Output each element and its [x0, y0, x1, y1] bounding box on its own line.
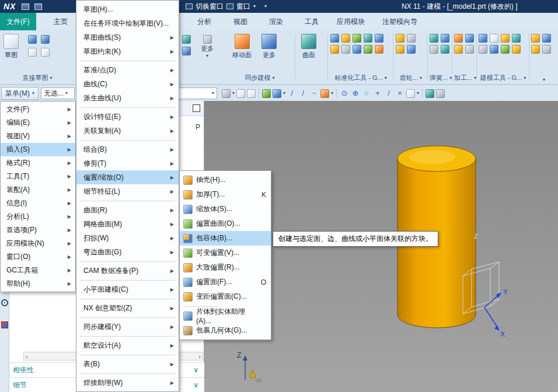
chevron-down-icon[interactable]: ▾	[232, 91, 235, 96]
machining-icon[interactable]	[465, 34, 474, 43]
tool-icon[interactable]	[542, 45, 551, 54]
ribbon-tab[interactable]: 应用模块	[337, 13, 365, 30]
group-label-machining[interactable]: 加工...▾	[454, 74, 476, 82]
menu-item[interactable]: 在任务环境中绘制草图(V)...	[76, 16, 179, 30]
materials-icon[interactable]	[1, 321, 8, 328]
switch-window-button[interactable]: 切换窗口	[196, 2, 224, 12]
scroll-left-icon[interactable]: ‹	[26, 353, 28, 360]
spring-icon[interactable]	[430, 34, 438, 43]
tool-icon[interactable]	[353, 34, 361, 43]
tool-icon[interactable]	[330, 45, 339, 54]
group-label-spring[interactable]: 弹簧...▾	[430, 74, 452, 82]
gear-icon[interactable]	[396, 34, 404, 43]
menu-item[interactable]: 网格曲面(M) ▶	[76, 217, 179, 231]
tool-icon[interactable]	[341, 45, 350, 54]
tool-icon[interactable]	[330, 34, 339, 43]
snap-intersection-icon[interactable]: ⊕	[351, 89, 360, 98]
menu-item[interactable]: 工具(T) ▶	[1, 170, 75, 183]
spline-icon[interactable]	[28, 48, 37, 57]
snap-endpoint-icon[interactable]: ×	[395, 89, 404, 98]
save-icon[interactable]	[34, 4, 42, 10]
tool-icon[interactable]	[512, 34, 521, 43]
chevron-down-icon[interactable]: ▾	[253, 4, 256, 9]
group-label-modeling-tools[interactable]: 建模工具 - G...▾	[479, 74, 528, 82]
history-icon[interactable]	[1, 299, 8, 306]
menu-item[interactable]	[76, 58, 179, 63]
window-menu-button[interactable]: 窗口	[236, 2, 250, 12]
tool-icon[interactable]	[375, 34, 383, 43]
full-screen-icon[interactable]	[22, 4, 29, 10]
move-face-button[interactable]: 移动面	[232, 34, 252, 60]
tool-icon[interactable]	[531, 34, 540, 43]
menu-item[interactable]: 小平面建模(C) ▶	[76, 282, 179, 296]
surface-button[interactable]: 曲面	[301, 34, 316, 60]
menu-item[interactable]	[76, 105, 179, 110]
menu-item[interactable]: 草图(H)...	[76, 2, 179, 16]
group-label-synchronous-modeling[interactable]: 同步建模▾	[228, 74, 292, 82]
menu-item[interactable]: 草图约束(K) ▶	[76, 44, 179, 58]
menu-item[interactable]	[76, 296, 179, 301]
measure-icon[interactable]	[426, 89, 434, 98]
menu-item[interactable]: 视图(V) ▶	[1, 130, 75, 143]
tool-icon[interactable]	[375, 45, 383, 54]
menu-item[interactable]: 缩放体(S)...	[180, 202, 271, 216]
menu-item[interactable]: 应用模块(N) ▶	[1, 237, 75, 250]
tool-icon[interactable]	[531, 45, 540, 54]
menu-item[interactable]: CAM 数据准备(P) ▶	[76, 264, 179, 278]
group-label-gear[interactable]: 齿轮...▾	[396, 74, 426, 82]
tool-icon[interactable]	[341, 34, 350, 43]
menu-item[interactable]: NX 创意塑型(Z) ▶	[76, 301, 179, 315]
menu-item[interactable]: 表(B) ▶	[76, 357, 179, 371]
more-synchronous-button[interactable]: 更多	[261, 34, 277, 60]
profile-icon[interactable]	[28, 35, 37, 44]
snap-arc-center-icon[interactable]: ⊙	[340, 89, 349, 98]
tool-icon[interactable]	[501, 45, 510, 54]
menu-item[interactable]: 窗口(O) ▶	[1, 250, 75, 264]
menu-item[interactable]	[76, 138, 179, 142]
work-view-icon[interactable]	[273, 89, 281, 98]
single-curve-icon[interactable]: /	[298, 89, 308, 98]
menu-item[interactable]: 草图曲线(S) ▶	[76, 30, 179, 44]
snap-midpoint-icon[interactable]: /	[384, 89, 393, 98]
tool-icon[interactable]	[479, 34, 487, 43]
snap-circle-icon[interactable]: ○	[362, 89, 371, 98]
menu-item[interactable]: 大致偏置(R)...	[180, 260, 271, 275]
sketch-button[interactable]: 草图	[4, 34, 19, 60]
ribbon-tab[interactable]: 视图	[233, 13, 247, 30]
menu-item[interactable]	[76, 259, 179, 264]
menu-item[interactable]: 同步建模(Y) ▶	[76, 320, 179, 334]
ribbon-tab[interactable]: 分析	[197, 13, 211, 30]
snap-settings-icon[interactable]	[406, 89, 415, 98]
gear-icon[interactable]	[407, 45, 416, 54]
tool-icon[interactable]	[490, 45, 498, 54]
chevron-down-icon[interactable]: ▾	[417, 91, 419, 96]
menu-item[interactable]	[76, 198, 179, 203]
menu-item[interactable]: 包裹几何体(G)...	[180, 323, 271, 338]
tab-file[interactable]: 文件(F)	[0, 13, 36, 30]
ribbon-tab[interactable]: 注塑模向导	[382, 13, 417, 30]
menu-item[interactable]: 扫掠(W) ▶	[76, 231, 179, 245]
select-all-filter-icon[interactable]	[222, 89, 231, 98]
menu-item[interactable]: 片体到实体助理(A)...	[180, 309, 271, 323]
menu-item[interactable]: 细节特征(L) ▶	[76, 184, 179, 198]
curve-rule-icon[interactable]: ~	[309, 89, 319, 98]
menu-item[interactable]: 包容体(B)...	[180, 231, 271, 246]
chevron-down-icon[interactable]: ∨	[193, 366, 198, 374]
gear-icon[interactable]	[396, 45, 404, 54]
snap-point-icon[interactable]: +	[373, 89, 382, 98]
circle-icon[interactable]	[41, 48, 50, 57]
group-label-direct-sketch[interactable]: 直接草图▾	[2, 74, 72, 82]
menu-item[interactable]: 航空设计(A) ▶	[76, 338, 179, 352]
menu-item[interactable]: 设计特征(E) ▶	[76, 110, 179, 124]
quick-access-customize-icon[interactable]: ▾	[264, 4, 267, 9]
menu-item[interactable]	[76, 278, 179, 282]
menu-item[interactable]: 派生曲线(U) ▶	[76, 91, 179, 105]
menu-item[interactable]	[76, 315, 179, 320]
menu-item[interactable]: 曲面(R) ▶	[76, 203, 179, 217]
lasso-select-icon[interactable]	[247, 89, 256, 98]
navigator-column-icon[interactable]	[193, 104, 200, 112]
menu-item[interactable]: 可变偏置(V)...	[180, 246, 271, 260]
ribbon-tab[interactable]: 工具	[305, 13, 319, 30]
window-select-icon[interactable]	[236, 89, 245, 98]
menu-item[interactable]: 分析(L) ▶	[1, 210, 75, 223]
